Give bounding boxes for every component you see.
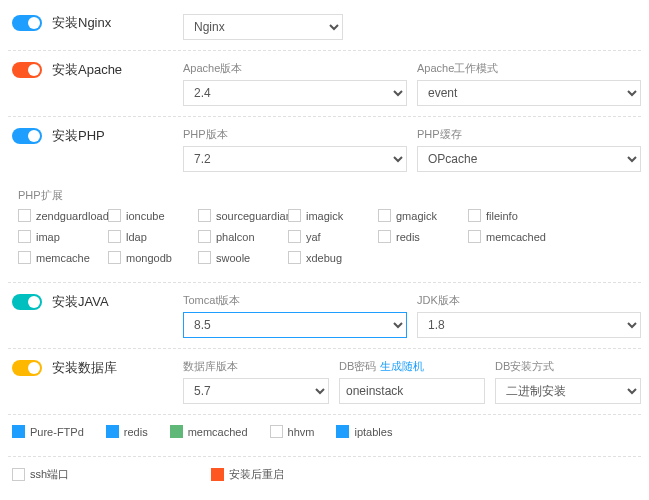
select-php-version[interactable]: 7.2 — [183, 146, 407, 172]
checkbox-icon — [198, 251, 211, 264]
php-ext-grid: zendguardloaderioncubesourceguardianimag… — [18, 209, 641, 272]
label-db-password: DB密码 — [339, 359, 376, 374]
checkbox-icon — [468, 230, 481, 243]
label-apache-version: Apache版本 — [183, 61, 407, 76]
ext-label: swoole — [216, 252, 250, 264]
select-nginx[interactable]: Nginx — [183, 14, 343, 40]
ext-memcached[interactable]: memcached — [468, 230, 558, 243]
checkbox-icon — [288, 251, 301, 264]
opt-label: memcached — [188, 426, 248, 438]
title-apache: 安装Apache — [52, 61, 122, 79]
checkbox-icon — [18, 230, 31, 243]
section-java: 安装JAVA Tomcat版本 8.5 JDK版本 1.8 — [8, 283, 641, 349]
ext-label: xdebug — [306, 252, 342, 264]
opt-label: Pure-FTPd — [30, 426, 84, 438]
opt-label: 安装后重启 — [229, 467, 284, 482]
checkbox-icon — [336, 425, 349, 438]
checkbox-icon — [378, 209, 391, 222]
field-db-method: DB安装方式 二进制安装 — [495, 359, 641, 404]
select-db-version[interactable]: 5.7 — [183, 378, 329, 404]
select-php-cache[interactable]: OPcache — [417, 146, 641, 172]
fields-apache: Apache版本 2.4 Apache工作模式 event — [183, 61, 641, 106]
opt-redis[interactable]: redis — [106, 425, 148, 438]
checkbox-icon — [378, 230, 391, 243]
select-db-method[interactable]: 二进制安装 — [495, 378, 641, 404]
checkbox-icon — [108, 251, 121, 264]
label-jdk-version: JDK版本 — [417, 293, 641, 308]
checkbox-icon — [106, 425, 119, 438]
opt-label: ssh端口 — [30, 467, 69, 482]
options-row-2: ssh端口安装后重启 — [8, 457, 641, 500]
ext-ldap[interactable]: ldap — [108, 230, 198, 243]
opt-memcached[interactable]: memcached — [170, 425, 248, 438]
ext-label: memcache — [36, 252, 90, 264]
ext-memcache[interactable]: memcache — [18, 251, 108, 264]
opt-label: redis — [124, 426, 148, 438]
checkbox-icon — [270, 425, 283, 438]
field-php-version: PHP版本 7.2 — [183, 127, 407, 172]
checkbox-icon — [108, 230, 121, 243]
checkbox-icon — [288, 230, 301, 243]
ext-imap[interactable]: imap — [18, 230, 108, 243]
ext-gmagick[interactable]: gmagick — [378, 209, 468, 222]
section-nginx: 安装Nginx Nginx — [8, 4, 641, 51]
options-row-1: Pure-FTPdredismemcachedhhvmiptables — [8, 415, 641, 457]
ext-label: zendguardloader — [36, 210, 119, 222]
link-generate-random[interactable]: 生成随机 — [380, 359, 424, 374]
ext-ioncube[interactable]: ioncube — [108, 209, 198, 222]
input-db-password[interactable] — [339, 378, 485, 404]
ext-imagick[interactable]: imagick — [288, 209, 378, 222]
ext-label: ioncube — [126, 210, 165, 222]
toggle-php[interactable] — [12, 128, 42, 144]
title-database: 安装数据库 — [52, 359, 117, 377]
opt-hhvm[interactable]: hhvm — [270, 425, 315, 438]
ext-label: imap — [36, 231, 60, 243]
ext-fileinfo[interactable]: fileinfo — [468, 209, 558, 222]
label-tomcat-version: Tomcat版本 — [183, 293, 407, 308]
opt-label: hhvm — [288, 426, 315, 438]
field-apache-version: Apache版本 2.4 — [183, 61, 407, 106]
checkbox-icon — [18, 209, 31, 222]
ext-swoole[interactable]: swoole — [198, 251, 288, 264]
label-col: 安装JAVA — [8, 293, 183, 311]
ext-label: sourceguardian — [216, 210, 292, 222]
checkbox-icon — [468, 209, 481, 222]
select-tomcat-version[interactable]: 8.5 — [183, 312, 407, 338]
select-jdk-version[interactable]: 1.8 — [417, 312, 641, 338]
toggle-nginx[interactable] — [12, 15, 42, 31]
select-apache-mode[interactable]: event — [417, 80, 641, 106]
toggle-java[interactable] — [12, 294, 42, 310]
ext-label: memcached — [486, 231, 546, 243]
checkbox-icon — [211, 468, 224, 481]
toggle-apache[interactable] — [12, 62, 42, 78]
label-db-version: 数据库版本 — [183, 359, 329, 374]
ext-redis[interactable]: redis — [378, 230, 468, 243]
ext-label: yaf — [306, 231, 321, 243]
db-pwd-label-row: DB密码 生成随机 — [339, 359, 485, 374]
ext-sourceguardian[interactable]: sourceguardian — [198, 209, 288, 222]
ext-label: imagick — [306, 210, 343, 222]
ext-yaf[interactable]: yaf — [288, 230, 378, 243]
checkbox-icon — [108, 209, 121, 222]
ext-xdebug[interactable]: xdebug — [288, 251, 378, 264]
field-db-password: DB密码 生成随机 — [339, 359, 485, 404]
ext-label: gmagick — [396, 210, 437, 222]
opt-Pure-FTPd[interactable]: Pure-FTPd — [12, 425, 84, 438]
checkbox-icon — [12, 425, 25, 438]
opt-iptables[interactable]: iptables — [336, 425, 392, 438]
ext-label: fileinfo — [486, 210, 518, 222]
ext-label: mongodb — [126, 252, 172, 264]
ext-zendguardloader[interactable]: zendguardloader — [18, 209, 108, 222]
opt-安装后重启[interactable]: 安装后重启 — [211, 467, 284, 482]
ext-label: redis — [396, 231, 420, 243]
ext-mongodb[interactable]: mongodb — [108, 251, 198, 264]
fields-java: Tomcat版本 8.5 JDK版本 1.8 — [183, 293, 641, 338]
ext-phalcon[interactable]: phalcon — [198, 230, 288, 243]
select-apache-version[interactable]: 2.4 — [183, 80, 407, 106]
checkbox-icon — [198, 209, 211, 222]
opt-ssh端口[interactable]: ssh端口 — [12, 467, 69, 482]
toggle-database[interactable] — [12, 360, 42, 376]
title-php: 安装PHP — [52, 127, 105, 145]
fields-database: 数据库版本 5.7 DB密码 生成随机 DB安装方式 二进制安装 — [183, 359, 641, 404]
ext-label: ldap — [126, 231, 147, 243]
